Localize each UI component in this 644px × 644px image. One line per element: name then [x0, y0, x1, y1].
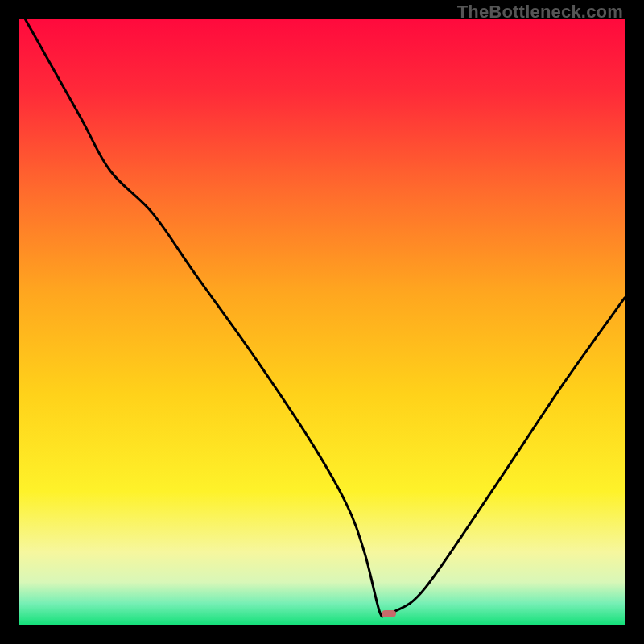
optimal-marker: [382, 610, 396, 617]
chart-frame: TheBottleneck.com: [0, 0, 644, 644]
frame-border: [0, 0, 19, 644]
curve-layer: [19, 19, 625, 625]
frame-border: [0, 625, 644, 644]
frame-border: [625, 0, 644, 644]
watermark-text: TheBottleneck.com: [457, 2, 623, 23]
plot-area: [19, 19, 625, 625]
bottleneck-curve: [26, 19, 625, 617]
